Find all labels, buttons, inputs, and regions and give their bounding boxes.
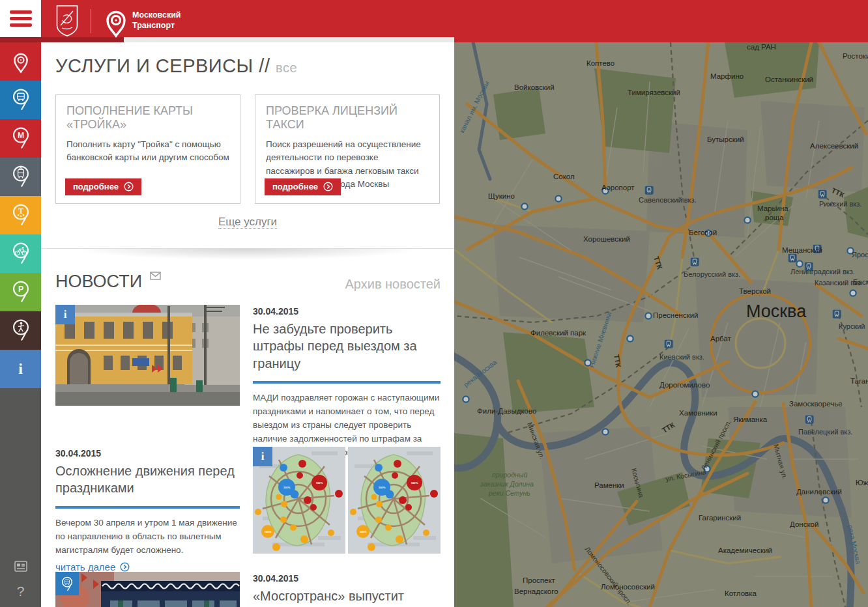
moscow-coat-of-arms-icon — [55, 5, 79, 40]
sidebar-item-taxi[interactable]: Т — [0, 196, 41, 234]
metro-pin-icon: М — [9, 124, 33, 154]
info-badge: i — [253, 447, 272, 466]
card-details-button[interactable]: подробнее — [265, 178, 341, 195]
card-title: ПРОВЕРКА ЛИЦЕНЗИЙ ТАКСИ — [266, 104, 429, 132]
sidebar-item-metro[interactable]: М — [0, 119, 41, 158]
news-body: Вечером 30 апреля и утром 1 мая движение… — [55, 516, 240, 558]
news-headline[interactable]: «Мосгортранс» выпустит бесплатные билеты… — [253, 587, 441, 607]
circle-arrow-icon — [124, 182, 134, 191]
menu-button[interactable] — [0, 0, 41, 37]
news-headline[interactable]: Осложнение движения перед праздниками — [55, 462, 240, 497]
button-label: подробнее — [272, 182, 318, 191]
mosgortrans-portal: Московский Транспорт — [0, 0, 868, 607]
help-icon[interactable]: ? — [17, 584, 25, 598]
news-text: 30.04.2015 Осложнение движения перед пра… — [55, 447, 240, 573]
parking-pin-icon: Р — [9, 277, 33, 307]
info-icon: i — [18, 360, 23, 378]
tram-pin-icon — [9, 162, 33, 192]
news-photo-traffic-maps[interactable]: 100% 100% — [253, 447, 441, 554]
card-body: Пополнить карту "Тройка" с помощью банко… — [66, 138, 229, 165]
main-panel: УСЛУГИ И СЕРВИСЫ // все ПОПОЛНЕНИЕ КАРТЫ… — [41, 42, 454, 607]
news-headline[interactable]: Не забудьте проверить штрафы перед выезд… — [253, 320, 441, 372]
service-card-taxi-license[interactable]: ПРОВЕРКА ЛИЦЕНЗИЙ ТАКСИ Поиск разрешений… — [255, 94, 440, 204]
sidebar-item-bike[interactable] — [0, 234, 41, 273]
brand-line1: Московский — [132, 10, 181, 21]
sidebar-item-parking[interactable]: Р — [0, 273, 41, 311]
services-title-text: УСЛУГИ И СЕРВИСЫ // — [55, 55, 270, 76]
news-rule — [253, 381, 441, 384]
header-divider — [91, 9, 91, 33]
news-rule — [55, 506, 240, 509]
news-photo-bus[interactable] — [55, 572, 240, 607]
read-more-label: читать далее — [55, 561, 115, 572]
button-label: подробнее — [73, 182, 119, 191]
envelope-icon — [150, 272, 161, 280]
taxi-pin-icon: Т — [9, 201, 33, 231]
news-text: 30.04.2015 «Мосгортранс» выпустит беспла… — [253, 572, 441, 607]
bike-pin-icon — [9, 239, 33, 269]
mt-pin-logo-icon — [9, 47, 33, 77]
moscow-map[interactable]: сад РАНРостокиноКоптевоВойковскийТимиряз… — [454, 42, 868, 607]
circle-arrow-icon — [120, 562, 130, 572]
transport-badge — [55, 572, 79, 595]
pedestrian-pin-icon — [9, 316, 33, 346]
sidebar-footer: ? — [0, 560, 41, 598]
moscow-transport-logo-icon — [101, 5, 131, 40]
card-details-button[interactable]: подробнее — [65, 178, 141, 195]
sidebar-item-pedestrian[interactable] — [0, 311, 41, 350]
news-title-text: НОВОСТИ — [55, 272, 142, 291]
section-divider — [41, 248, 454, 264]
news-title: НОВОСТИ — [55, 272, 161, 292]
sidebar-item-ground-transport[interactable] — [0, 81, 41, 119]
news-item: 30.04.2015 «Мосгортранс» выпустит беспла… — [55, 572, 441, 607]
svg-text:М: М — [17, 131, 23, 140]
news-archive-link[interactable]: Архив новостей — [345, 277, 441, 292]
service-cards: ПОПОЛНЕНИЕ КАРТЫ «ТРОЙКА» Пополнить карт… — [55, 94, 440, 204]
sidebar: М Т — [0, 42, 41, 607]
news-photo-building[interactable]: i — [55, 305, 240, 406]
map-dim-overlay — [454, 42, 868, 607]
news-date: 30.04.2015 — [253, 573, 441, 584]
content-top-strip — [124, 37, 454, 42]
news-date: 30.04.2015 — [55, 448, 240, 459]
news-item: 30.04.2015 Осложнение движения перед пра… — [55, 447, 441, 573]
service-card-troika[interactable]: ПОПОЛНЕНИЕ КАРТЫ «ТРОЙКА» Пополнить карт… — [55, 94, 240, 204]
services-title: УСЛУГИ И СЕРВИСЫ // все — [55, 55, 297, 77]
info-badge: i — [55, 305, 75, 324]
services-all-link[interactable]: все — [276, 61, 297, 75]
header: Московский Транспорт — [0, 0, 868, 42]
sidebar-item-transport-portal[interactable] — [0, 42, 41, 81]
bus-pin-icon — [9, 85, 33, 115]
brand-text: Московский Транспорт — [132, 10, 181, 31]
brand-line2: Транспорт — [132, 21, 181, 31]
svg-text:Т: Т — [18, 206, 23, 215]
feedback-icon[interactable] — [14, 560, 27, 574]
circle-arrow-icon — [323, 182, 333, 191]
read-more-link[interactable]: читать далее — [55, 561, 130, 572]
sidebar-item-info[interactable]: i — [0, 350, 41, 388]
more-services-link[interactable]: Еще услуги — [218, 216, 277, 229]
sidebar-item-tram[interactable] — [0, 158, 41, 196]
news-date: 30.04.2015 — [253, 306, 441, 317]
svg-text:Р: Р — [18, 285, 23, 294]
card-title: ПОПОЛНЕНИЕ КАРТЫ «ТРОЙКА» — [66, 104, 229, 132]
more-services: Еще услуги — [41, 216, 454, 229]
